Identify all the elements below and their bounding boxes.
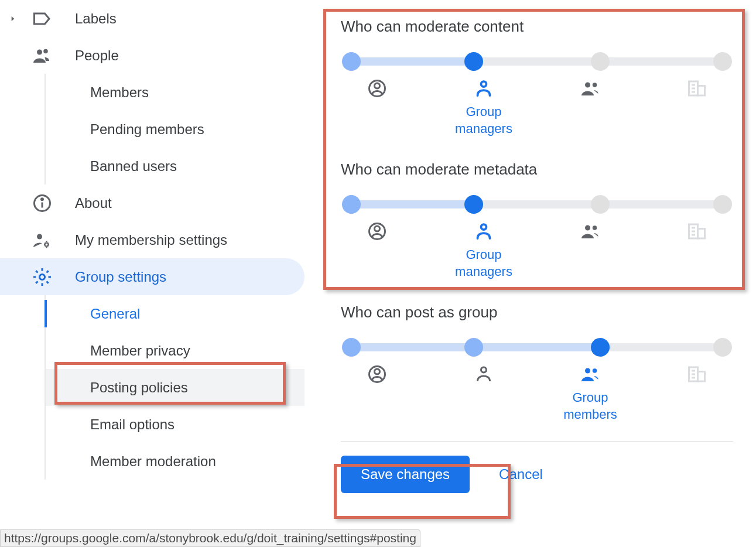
svg-point-1 [43, 49, 48, 53]
svg-point-10 [481, 81, 487, 87]
svg-point-22 [593, 225, 597, 230]
slider-stop-members[interactable] [555, 221, 625, 280]
nav-about[interactable]: About [0, 184, 305, 221]
nav-membership-settings[interactable]: My membership settings [0, 221, 305, 258]
slider-stop-owners[interactable] [342, 221, 412, 280]
save-button[interactable]: Save changes [341, 456, 470, 493]
svg-point-11 [585, 83, 590, 88]
slider-stop-members[interactable] [555, 78, 625, 137]
setting-moderate-content: Who can moderate content Group managers [323, 0, 751, 143]
label-icon [32, 8, 53, 29]
status-bar-url: https://groups.google.com/a/stonybrook.e… [0, 529, 420, 547]
svg-rect-34 [698, 372, 705, 382]
svg-point-30 [481, 367, 487, 372]
permission-slider[interactable] [341, 338, 733, 357]
owner-icon [367, 78, 388, 99]
svg-point-19 [375, 226, 380, 231]
svg-point-20 [481, 224, 487, 230]
org-icon [686, 78, 707, 99]
svg-point-12 [593, 83, 597, 87]
setting-title: Who can moderate metadata [341, 160, 733, 179]
owner-icon [367, 221, 388, 242]
slider-stop-members[interactable]: Group members [555, 364, 625, 423]
group-icon [580, 78, 601, 99]
svg-point-0 [37, 49, 42, 54]
slider-stop-owners[interactable] [342, 364, 412, 423]
person-gear-icon [32, 230, 53, 251]
svg-point-29 [375, 369, 380, 374]
setting-moderate-metadata: Who can moderate metadata Group managers [323, 143, 751, 286]
permission-slider[interactable] [341, 195, 733, 214]
nav-general[interactable]: General [46, 295, 305, 332]
nav-group-settings[interactable]: Group settings [0, 258, 305, 295]
org-icon [686, 364, 707, 385]
stop-label: Group managers [449, 247, 519, 280]
nav-member-moderation[interactable]: Member moderation [46, 443, 305, 480]
svg-point-31 [585, 368, 590, 374]
nav-labels[interactable]: Labels [0, 0, 305, 37]
group-icon [580, 221, 601, 242]
permission-slider[interactable] [341, 52, 733, 71]
nav-banned-users[interactable]: Banned users [46, 148, 305, 184]
svg-point-7 [40, 274, 45, 279]
info-icon [32, 193, 53, 214]
person-icon [473, 221, 494, 242]
svg-rect-14 [698, 86, 705, 96]
setting-post-as-group: Who can post as group Group members [323, 286, 751, 429]
people-submenu: Members Pending members Banned users [45, 74, 305, 184]
sidebar: Labels People Members Pending members Ba… [0, 0, 305, 480]
slider-stop-org[interactable] [662, 78, 732, 137]
cancel-button[interactable]: Cancel [499, 466, 543, 483]
nav-email-options[interactable]: Email options [46, 406, 305, 443]
nav-people[interactable]: People [0, 37, 305, 74]
nav-label: About [75, 195, 112, 211]
nav-member-privacy[interactable]: Member privacy [46, 332, 305, 369]
svg-rect-24 [698, 229, 705, 239]
nav-pending-members[interactable]: Pending members [46, 111, 305, 148]
setting-title: Who can moderate content [341, 18, 733, 36]
nav-label: People [75, 47, 119, 64]
slider-stop-owners[interactable] [342, 78, 412, 137]
stop-label: Group members [555, 389, 625, 423]
expand-arrow-icon [6, 15, 20, 23]
svg-point-5 [37, 234, 42, 239]
person-icon [473, 364, 494, 385]
person-icon [473, 78, 494, 99]
slider-stop-managers[interactable]: Group managers [449, 221, 519, 280]
slider-stop-org[interactable] [662, 221, 732, 280]
setting-title: Who can post as group [341, 303, 733, 322]
slider-stop-org[interactable] [662, 364, 732, 423]
nav-members[interactable]: Members [46, 74, 305, 111]
slider-stop-managers[interactable]: Group managers [449, 78, 519, 137]
svg-point-21 [585, 225, 590, 231]
group-settings-submenu: General Member privacy Posting policies … [45, 295, 305, 480]
stop-label: Group managers [449, 104, 519, 137]
svg-point-9 [375, 83, 380, 88]
gear-icon [32, 266, 53, 288]
button-row: Save changes Cancel [323, 442, 751, 507]
nav-label: Group settings [75, 269, 166, 285]
main-panel: Who can moderate content Group managers [323, 0, 751, 507]
people-icon [32, 45, 53, 66]
org-icon [686, 221, 707, 242]
svg-point-4 [42, 198, 43, 200]
nav-label: Labels [75, 11, 117, 27]
slider-stop-managers[interactable] [449, 364, 519, 423]
nav-posting-policies[interactable]: Posting policies [46, 369, 305, 406]
group-icon [580, 364, 601, 385]
nav-label: My membership settings [75, 232, 227, 248]
owner-icon [367, 364, 388, 385]
svg-point-32 [593, 369, 597, 374]
